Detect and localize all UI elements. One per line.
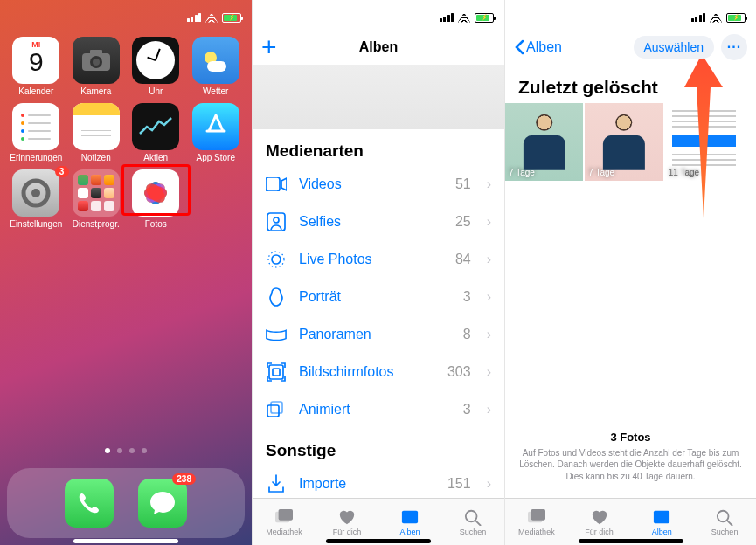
app-notizen[interactable]: Notizen — [67, 103, 126, 162]
app-erinnerungen[interactable]: Erinnerungen — [7, 103, 66, 162]
selfie-icon — [266, 211, 287, 232]
row-bildschirmfotos[interactable]: Bildschirmfotos 303 › — [253, 354, 504, 391]
home-indicator[interactable] — [326, 539, 431, 543]
battery-icon: ⚡ — [475, 13, 494, 23]
row-animiert[interactable]: Animiert 3 › — [253, 391, 504, 429]
photo-thumbnail[interactable]: 7 Tage — [505, 103, 583, 181]
tab-label: Für dich — [585, 528, 614, 536]
page-indicator[interactable] — [0, 448, 252, 453]
chevron-right-icon: › — [487, 176, 491, 192]
section-header: Sonstige — [253, 429, 504, 466]
app-kalender[interactable]: MI 9 Kalender — [7, 37, 66, 96]
tab-label: Alben — [652, 528, 672, 536]
status-bar: ⚡ — [0, 0, 252, 30]
app-einstellungen[interactable]: 3 Einstellungen — [7, 169, 66, 229]
svg-point-18 — [272, 255, 281, 264]
appstore-icon — [192, 103, 239, 150]
app-label: Kamera — [80, 86, 111, 96]
row-selfies[interactable]: Selfies 25 › — [253, 204, 504, 241]
tab-mediathek[interactable]: Mediathek — [253, 499, 316, 545]
cellular-signal-icon — [187, 13, 202, 22]
screenshot-icon — [266, 362, 287, 383]
svg-rect-16 — [267, 213, 285, 231]
app-phone[interactable] — [65, 479, 114, 528]
wifi-icon — [710, 13, 722, 23]
wifi-icon — [205, 13, 218, 23]
back-button[interactable]: Alben — [514, 39, 562, 55]
tab-label: Mediathek — [518, 528, 555, 536]
app-appstore[interactable]: App Store — [187, 103, 246, 162]
tab-suchen[interactable]: Suchen — [693, 499, 756, 545]
back-label: Alben — [526, 39, 562, 55]
app-label: Notizen — [81, 153, 111, 162]
wifi-icon — [458, 13, 470, 23]
app-kamera[interactable]: Kamera — [67, 37, 126, 96]
album-thumbnail[interactable] — [253, 65, 504, 129]
animated-icon — [266, 399, 287, 420]
row-count: 25 — [455, 214, 471, 230]
app-label: Uhr — [149, 86, 163, 96]
status-bar: ⚡ — [253, 0, 504, 30]
row-videos[interactable]: Videos 51 › — [253, 166, 504, 204]
reminders-icon — [12, 103, 59, 150]
chevron-right-icon: › — [487, 476, 491, 492]
tab-label: Für dich — [333, 528, 362, 536]
settings-icon — [12, 169, 59, 217]
home-indicator[interactable] — [579, 539, 683, 543]
svg-rect-32 — [654, 510, 669, 523]
stocks-icon — [132, 103, 179, 150]
photo-thumbnail[interactable]: 11 Tage — [665, 103, 743, 181]
svg-rect-23 — [271, 402, 282, 413]
portrait-icon — [266, 286, 287, 307]
app-messages[interactable]: 238 — [138, 479, 187, 528]
photo-thumbnail[interactable]: 7 Tage — [585, 103, 662, 181]
folder-dienstprogramme[interactable]: Dienstprogr. — [67, 169, 126, 229]
badge: 3 — [55, 166, 69, 177]
svg-point-33 — [718, 510, 729, 521]
tab-mediathek[interactable]: Mediathek — [505, 499, 568, 545]
cellular-signal-icon — [440, 13, 454, 22]
calendar-icon: MI 9 — [12, 37, 59, 84]
select-button[interactable]: Auswählen — [634, 36, 715, 59]
row-count: 3 — [463, 289, 471, 305]
app-label: App Store — [197, 153, 235, 162]
app-fotos[interactable]: Fotos — [127, 169, 185, 229]
battery-icon: ⚡ — [222, 13, 241, 23]
tab-label: Alben — [399, 528, 420, 536]
nav-title: Alben — [253, 39, 504, 55]
svg-rect-15 — [266, 177, 280, 191]
app-wetter[interactable]: Wetter — [187, 37, 246, 96]
app-aktien[interactable]: Aktien — [127, 103, 185, 162]
info-text: 3 Fotos Auf Fotos und Videos steht die A… — [516, 430, 746, 482]
row-count: 84 — [455, 252, 471, 267]
app-label: Fotos — [145, 219, 167, 229]
row-portraet[interactable]: Porträt 3 › — [253, 279, 504, 316]
chevron-right-icon: › — [487, 327, 491, 342]
svg-rect-20 — [269, 365, 283, 379]
weather-icon — [192, 37, 239, 84]
info-description: Auf Fotos und Videos steht die Anzahl de… — [516, 447, 746, 483]
chevron-right-icon: › — [487, 402, 491, 417]
app-label: Dienstprogr. — [73, 219, 120, 229]
app-label: Wetter — [203, 86, 228, 96]
svg-point-6 — [31, 189, 40, 197]
svg-line-34 — [727, 520, 732, 525]
ios-home-screen: ⚡ MI 9 Kalender Kamera Uhr — [0, 0, 252, 545]
app-uhr[interactable]: Uhr — [127, 37, 185, 96]
more-button[interactable]: ··· — [721, 34, 747, 60]
app-label: Einstellungen — [10, 219, 62, 229]
tab-label: Suchen — [460, 528, 487, 536]
app-label: Kalender — [18, 86, 53, 96]
row-livephotos[interactable]: Live Photos 84 › — [253, 241, 504, 279]
chevron-right-icon: › — [487, 252, 491, 267]
home-indicator[interactable] — [73, 539, 178, 543]
tab-suchen[interactable]: Suchen — [441, 499, 504, 545]
row-panoramen[interactable]: Panoramen 8 › — [253, 316, 504, 354]
row-label: Selfies — [299, 214, 443, 230]
svg-line-29 — [475, 520, 481, 525]
svg-rect-27 — [402, 510, 418, 523]
svg-rect-26 — [279, 508, 293, 520]
row-count: 303 — [447, 364, 471, 380]
row-label: Bildschirmfotos — [299, 364, 435, 380]
add-button[interactable]: + — [261, 32, 277, 62]
